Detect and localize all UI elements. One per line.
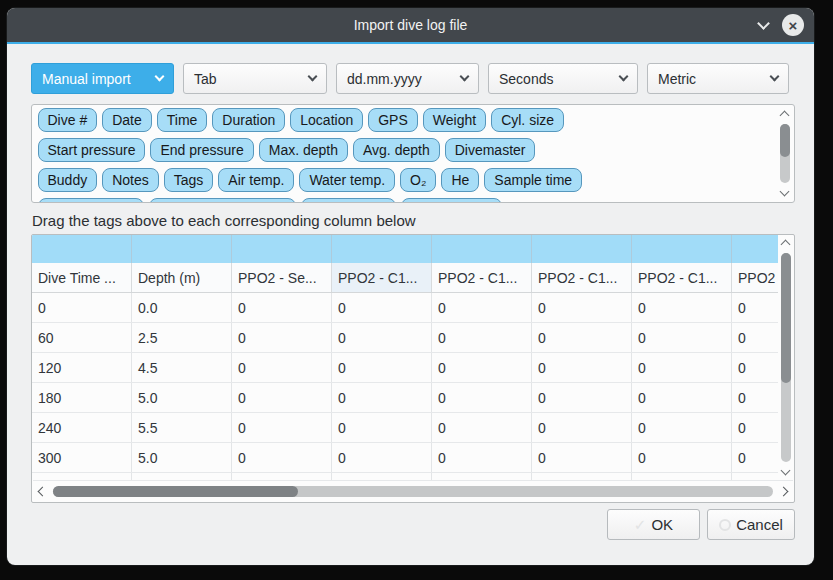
table-hscrollbar[interactable] xyxy=(33,480,793,501)
dropdown-seconds[interactable]: Seconds xyxy=(488,63,638,94)
table-cell: 0 xyxy=(432,293,532,322)
tag-scrollbar-track[interactable] xyxy=(780,124,790,183)
accent-line xyxy=(7,42,814,44)
tag[interactable]: Duration xyxy=(212,108,285,132)
instruction-label: Drag the tags above to each correspondin… xyxy=(32,212,416,229)
chevron-down-icon xyxy=(155,72,165,82)
tag[interactable]: Buddy xyxy=(38,168,98,192)
table-cell: 0 xyxy=(232,353,332,382)
column-header[interactable]: PPO2 - C1... xyxy=(532,263,632,292)
table-body: 00.0000000602.50000001204.50000001805.00… xyxy=(32,293,778,480)
dropdown-metric[interactable]: Metric xyxy=(647,63,789,94)
tag[interactable]: Avg. depth xyxy=(353,138,440,162)
tag[interactable]: Sample CNS xyxy=(401,198,502,202)
table-cell: 0 xyxy=(32,293,132,322)
tag-row: Start pressureEnd pressureMax. depthAvg.… xyxy=(35,137,776,163)
table-row xyxy=(32,473,778,480)
tag[interactable]: Start pressure xyxy=(38,138,146,162)
window-title: Import dive log file xyxy=(354,17,468,33)
table-row: 00.0000000 xyxy=(32,293,778,323)
tag[interactable]: Weight xyxy=(423,108,486,132)
tag[interactable]: Date xyxy=(102,108,152,132)
table-vscrollbar-thumb[interactable] xyxy=(781,253,791,383)
table-cell xyxy=(232,473,332,480)
ok-button[interactable]: ✓ OK xyxy=(607,509,700,540)
tag[interactable]: He xyxy=(441,168,479,192)
column-header[interactable]: Depth (m) xyxy=(132,263,232,292)
tag[interactable]: Cyl. size xyxy=(491,108,564,132)
scroll-up-icon[interactable] xyxy=(780,111,790,121)
tag[interactable]: Tags xyxy=(164,168,214,192)
table-row: 1805.0000000 xyxy=(32,383,778,413)
column-header[interactable]: Dive Time ... xyxy=(32,263,132,292)
table-cell: 0 xyxy=(432,383,532,412)
dropdown-selected-value: dd.mm.yyyy xyxy=(347,71,422,87)
dropdown-selected-value: Tab xyxy=(194,71,217,87)
column-header[interactable]: PPO2 xyxy=(732,263,778,292)
titlebar[interactable]: Import dive log file × xyxy=(7,8,814,42)
drop-zone-cell[interactable] xyxy=(532,235,632,263)
cancel-button[interactable]: Cancel xyxy=(707,509,795,540)
tag[interactable]: Dive # xyxy=(38,108,98,132)
table-cell xyxy=(632,473,732,480)
tag[interactable]: Water temp. xyxy=(299,168,395,192)
table-cell: 0 xyxy=(732,353,778,382)
tag[interactable]: Sample temperature xyxy=(149,198,296,202)
chevron-down-icon[interactable] xyxy=(757,17,770,30)
scroll-down-icon[interactable] xyxy=(781,466,791,476)
drop-zone-cell[interactable] xyxy=(632,235,732,263)
table-vscrollbar[interactable] xyxy=(779,236,793,479)
table-cell: 4.5 xyxy=(132,353,232,382)
dropdown-manual-import[interactable]: Manual import xyxy=(31,63,174,94)
tag[interactable]: O₂ xyxy=(400,168,436,192)
dropdown-tab[interactable]: Tab xyxy=(183,63,327,94)
tag-scrollbar-thumb[interactable] xyxy=(780,124,790,157)
table-cell xyxy=(132,473,232,480)
scroll-left-icon[interactable] xyxy=(38,486,48,496)
drop-zone-cell[interactable] xyxy=(732,235,778,263)
import-preview-table: Dive Time ...Depth (m)PPO2 - Se...PPO2 -… xyxy=(31,234,795,503)
tag[interactable]: Sample time xyxy=(484,168,582,192)
dropdown-dd-mm-yyyy[interactable]: dd.mm.yyyy xyxy=(336,63,479,94)
tag[interactable]: Max. depth xyxy=(259,138,348,162)
table-cell: 0 xyxy=(632,383,732,412)
column-header[interactable]: PPO2 - C1... xyxy=(632,263,732,292)
table-cell: 5.0 xyxy=(132,443,232,472)
column-header[interactable]: PPO2 - Se... xyxy=(232,263,332,292)
drop-zone-cell[interactable] xyxy=(432,235,532,263)
drop-zone-cell[interactable] xyxy=(232,235,332,263)
tag[interactable]: Time xyxy=(157,108,208,132)
column-header[interactable]: PPO2 - C1... xyxy=(332,263,432,292)
scroll-up-icon[interactable] xyxy=(781,240,791,250)
drop-zone-cell[interactable] xyxy=(332,235,432,263)
table-cell: 5.5 xyxy=(132,413,232,442)
scroll-right-icon[interactable] xyxy=(779,486,789,496)
checkmark-icon: ✓ xyxy=(634,516,647,534)
drop-zone-cell[interactable] xyxy=(32,235,132,263)
dropdown-row: Manual importTabdd.mm.yyyySecondsMetric xyxy=(31,63,795,94)
dropdown-selected-value: Manual import xyxy=(42,71,131,87)
close-button[interactable]: × xyxy=(782,14,804,36)
tag[interactable]: Sample pO₂ xyxy=(301,198,396,202)
tag[interactable]: Sample depth xyxy=(38,198,144,202)
table-cell xyxy=(432,473,532,480)
table-hscrollbar-thumb[interactable] xyxy=(53,486,298,497)
drop-zone-cell[interactable] xyxy=(132,235,232,263)
tag[interactable]: Notes xyxy=(102,168,159,192)
tag[interactable]: End pressure xyxy=(150,138,253,162)
tag[interactable]: Divemaster xyxy=(445,138,536,162)
table-cell: 0 xyxy=(732,443,778,472)
tag[interactable]: GPS xyxy=(368,108,418,132)
column-header[interactable]: PPO2 - C1... xyxy=(432,263,532,292)
table-hscrollbar-track[interactable] xyxy=(53,486,773,497)
table-cell: 0 xyxy=(332,323,432,352)
tag[interactable]: Location xyxy=(290,108,363,132)
dialog-button-row: ✓ OK Cancel xyxy=(31,509,795,540)
table-cell: 180 xyxy=(32,383,132,412)
table-vscrollbar-track[interactable] xyxy=(781,253,791,462)
tag-scrollbar[interactable] xyxy=(778,107,792,200)
scroll-down-icon[interactable] xyxy=(780,187,790,197)
tag-drop-row xyxy=(32,235,778,263)
table-cell: 300 xyxy=(32,443,132,472)
tag[interactable]: Air temp. xyxy=(218,168,294,192)
